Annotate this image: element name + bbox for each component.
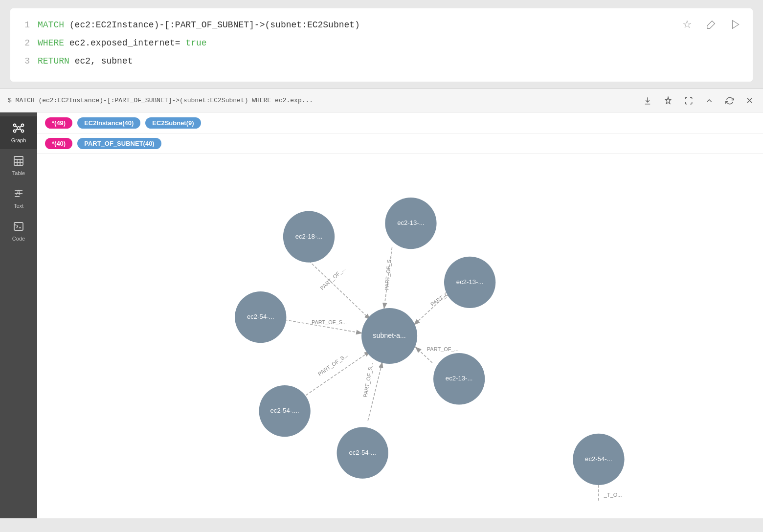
tags-area: *(49) EC2Instance(40) EC2Subnet(9) *(40)… bbox=[37, 112, 763, 518]
edge-label-far: _T_O... bbox=[604, 492, 622, 498]
table-icon bbox=[13, 155, 24, 168]
sidebar-item-table[interactable]: Table bbox=[0, 149, 37, 182]
edge-label-4: PART_OF_... bbox=[427, 346, 459, 352]
close-button[interactable]: ✕ bbox=[744, 93, 755, 108]
sidebar-item-code[interactable]: Code bbox=[0, 215, 37, 247]
results-query-text: $ MATCH (ec2:EC2Instance)-[:PART_OF_SUBN… bbox=[8, 97, 633, 104]
code-editor: 1 MATCH (ec2:EC2Instance)-[:PART_OF_SUBN… bbox=[10, 8, 753, 82]
tags-row-2: *(40) PART_OF_SUBNET(40) bbox=[37, 134, 763, 154]
svg-line-10 bbox=[16, 129, 17, 131]
line-number-3: 3 bbox=[22, 54, 30, 68]
svg-marker-0 bbox=[707, 21, 715, 29]
node-label-ec2-54-far: ec2-54-... bbox=[585, 455, 612, 463]
line-number-1: 1 bbox=[22, 18, 30, 32]
svg-point-3 bbox=[17, 127, 20, 130]
line-number-2: 2 bbox=[22, 36, 30, 50]
code-content-1: MATCH (ec2:EC2Instance)-[:PART_OF_SUBNET… bbox=[38, 18, 360, 32]
code-line-1: 1 MATCH (ec2:EC2Instance)-[:PART_OF_SUBN… bbox=[22, 18, 741, 32]
results-actions: ✕ bbox=[641, 93, 755, 108]
edge-label-7: PART_OF_S... bbox=[362, 362, 374, 398]
keyword-where: WHERE bbox=[38, 38, 69, 48]
edge-label-1: PART_OF_... bbox=[319, 266, 346, 291]
edge-label-2: PART_OF_S... bbox=[383, 255, 392, 290]
svg-rect-12 bbox=[14, 156, 23, 165]
main-area: Graph Table bbox=[0, 112, 763, 518]
code-line-2: 2 WHERE ec2.exposed_internet= true bbox=[22, 36, 741, 50]
node-label-ec2-54-1: ec2-54-... bbox=[247, 313, 274, 320]
graph-icon bbox=[13, 122, 24, 135]
results-header: $ MATCH (ec2:EC2Instance)-[:PART_OF_SUBN… bbox=[0, 89, 763, 112]
refresh-button[interactable] bbox=[723, 94, 736, 107]
run-button[interactable] bbox=[728, 17, 743, 32]
tag-all-49[interactable]: *(49) bbox=[45, 117, 72, 129]
code-true-value: true bbox=[185, 38, 206, 48]
sidebar-table-label: Table bbox=[12, 170, 25, 176]
svg-point-5 bbox=[22, 124, 24, 127]
expand-button[interactable] bbox=[682, 94, 695, 107]
node-label-ec2-18: ec2-18-... bbox=[295, 233, 323, 240]
edge-label-5: PART_OF_S... bbox=[312, 319, 347, 325]
node-label-ec2-54-3: ec2-54-... bbox=[349, 449, 376, 456]
svg-line-9 bbox=[20, 126, 22, 128]
svg-point-6 bbox=[14, 130, 16, 133]
sidebar: Graph Table bbox=[0, 112, 37, 518]
svg-rect-21 bbox=[14, 222, 23, 230]
graph-area[interactable]: PART_OF_... PART_OF_S... PART_OF_S... PA… bbox=[37, 154, 763, 518]
results-panel: $ MATCH (ec2:EC2Instance)-[:PART_OF_SUBN… bbox=[0, 88, 763, 518]
collapse-button[interactable] bbox=[703, 94, 716, 107]
svg-line-8 bbox=[16, 126, 17, 128]
code-where-body: ec2.exposed_internet= bbox=[69, 38, 180, 48]
sidebar-code-label: Code bbox=[12, 236, 25, 242]
graph-svg: PART_OF_... PART_OF_S... PART_OF_S... PA… bbox=[37, 154, 763, 518]
editor-toolbar: ☆ bbox=[680, 16, 743, 33]
node-label-ec2-13-3: ec2-13-... bbox=[446, 375, 473, 382]
tag-part-of-subnet[interactable]: PART_OF_SUBNET(40) bbox=[77, 138, 161, 149]
sidebar-item-text[interactable]: A Text bbox=[0, 182, 37, 215]
pin-button[interactable] bbox=[662, 94, 674, 107]
text-icon: A bbox=[13, 188, 24, 201]
node-label-ec2-13-1: ec2-13-... bbox=[397, 219, 425, 226]
edge-label-6: PART_OF_S... bbox=[317, 352, 349, 377]
keyword-return: RETURN bbox=[38, 56, 75, 66]
svg-text:A: A bbox=[16, 189, 21, 196]
star-button[interactable]: ☆ bbox=[680, 16, 694, 33]
download-button[interactable] bbox=[641, 94, 654, 107]
code-icon bbox=[13, 221, 24, 234]
svg-point-7 bbox=[22, 130, 24, 133]
svg-point-4 bbox=[14, 124, 16, 127]
node-label-subnet-a: subnet-a... bbox=[373, 332, 405, 339]
code-content-3: RETURN ec2, subnet bbox=[38, 54, 133, 68]
sidebar-item-graph[interactable]: Graph bbox=[0, 116, 37, 149]
svg-marker-2 bbox=[733, 21, 739, 29]
node-label-ec2-13-2: ec2-13-... bbox=[456, 278, 484, 286]
code-line-3: 3 RETURN ec2, subnet bbox=[22, 54, 741, 68]
tag-ec2instance[interactable]: EC2Instance(40) bbox=[77, 117, 140, 129]
node-label-ec2-54-2: ec2-54-.... bbox=[270, 407, 299, 414]
tag-all-40[interactable]: *(40) bbox=[45, 138, 72, 149]
keyword-match: MATCH bbox=[38, 20, 69, 30]
tag-ec2subnet[interactable]: EC2Subnet(9) bbox=[145, 117, 201, 129]
svg-line-11 bbox=[20, 129, 22, 131]
sidebar-graph-label: Graph bbox=[11, 137, 26, 143]
code-return-body: ec2, subnet bbox=[75, 56, 133, 66]
sidebar-text-label: Text bbox=[14, 203, 23, 209]
code-match-body: (ec2:EC2Instance)-[:PART_OF_SUBNET]->(su… bbox=[69, 20, 360, 30]
tags-row-1: *(49) EC2Instance(40) EC2Subnet(9) bbox=[37, 112, 763, 134]
eraser-button[interactable] bbox=[704, 17, 718, 32]
code-content-2: WHERE ec2.exposed_internet= true bbox=[38, 36, 207, 50]
